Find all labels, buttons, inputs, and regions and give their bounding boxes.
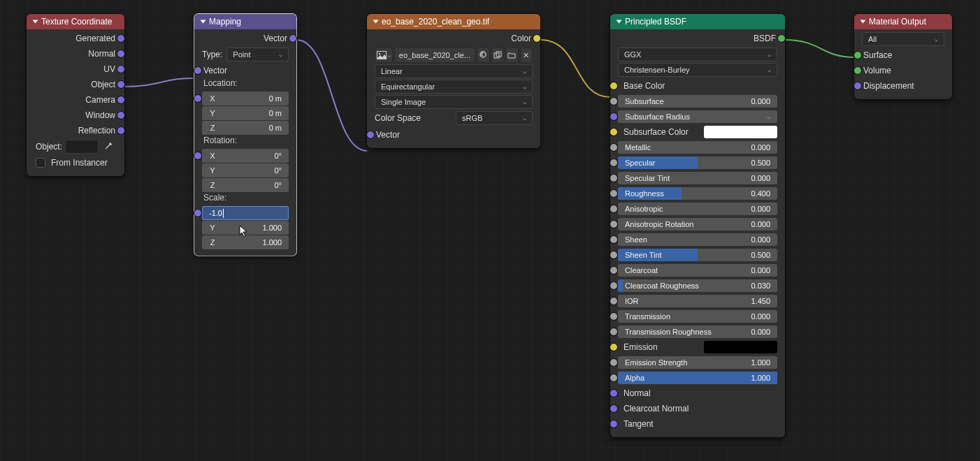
new-image-button[interactable] — [491, 47, 505, 63]
param-specular[interactable]: Specular0.500 — [614, 155, 781, 170]
node-header[interactable]: Material Output — [854, 14, 952, 29]
distribution-select[interactable]: GGX⌵ — [618, 47, 777, 61]
location-x[interactable]: X0 m — [202, 92, 289, 105]
collapse-icon[interactable] — [860, 20, 866, 24]
socket-in[interactable] — [610, 359, 617, 366]
node-header[interactable]: Principled BSDF — [610, 14, 785, 29]
node-principled-bsdf[interactable]: Principled BSDF BSDF GGX⌵ Christensen-Bu… — [610, 14, 785, 437]
from-instancer-checkbox[interactable]: From Instancer — [30, 155, 121, 170]
color-space-select[interactable]: sRGB⌵ — [456, 111, 533, 125]
socket-in[interactable] — [610, 159, 617, 166]
collapse-icon[interactable] — [201, 20, 206, 24]
socket-in-vector[interactable] — [194, 67, 201, 74]
socket-in[interactable] — [610, 221, 617, 228]
eyedropper-icon[interactable] — [101, 140, 115, 154]
socket-in-base-color[interactable] — [610, 82, 617, 89]
param-clearcoat roughness[interactable]: Clearcoat Roughness0.030 — [614, 278, 781, 293]
collapse-icon[interactable] — [33, 20, 38, 24]
param-anisotropic rotation[interactable]: Anisotropic Rotation0.000 — [614, 217, 781, 232]
param-transmission[interactable]: Transmission0.000 — [614, 309, 781, 324]
scale-y[interactable]: Y1.000 — [202, 221, 289, 235]
param-subsurface radius[interactable]: Subsurface Radius⌵ — [614, 109, 781, 124]
socket-in[interactable] — [610, 98, 617, 105]
type-select[interactable]: Point⌵ — [226, 47, 289, 61]
socket-out-bsdf[interactable] — [778, 35, 785, 42]
socket-in-surface[interactable] — [854, 52, 861, 59]
socket-in[interactable] — [610, 251, 617, 258]
node-image-texture[interactable]: eo_base_2020_clean_geo.tif Color ⌵ eo_ba… — [367, 14, 540, 148]
target-select[interactable]: All⌵ — [862, 32, 944, 46]
location-y[interactable]: Y0 m — [202, 106, 289, 120]
color-swatch[interactable] — [704, 341, 777, 353]
param-metallic[interactable]: Metallic0.000 — [614, 140, 781, 155]
location-z[interactable]: Z0 m — [202, 121, 289, 135]
fake-user-button[interactable] — [477, 47, 490, 63]
open-image-button[interactable] — [505, 47, 519, 63]
socket-in[interactable] — [610, 328, 617, 335]
scale-z[interactable]: Z1.000 — [202, 235, 289, 249]
socket-in-volume[interactable] — [854, 67, 861, 74]
param-ior[interactable]: IOR1.450 — [614, 293, 781, 309]
param-alpha[interactable]: Alpha1.000 — [614, 370, 781, 386]
rotation-x[interactable]: X0° — [202, 149, 289, 163]
socket-in[interactable] — [610, 282, 617, 289]
socket-in-scale[interactable] — [194, 210, 201, 217]
frame-mode-select[interactable]: Single Image⌵ — [375, 95, 533, 109]
socket-in[interactable] — [610, 390, 617, 397]
socket-in[interactable] — [610, 190, 617, 197]
object-field[interactable] — [65, 140, 99, 154]
image-browse-button[interactable]: ⌵ — [375, 47, 393, 63]
socket-in[interactable] — [610, 313, 617, 320]
param-transmission roughness[interactable]: Transmission Roughness0.000 — [614, 324, 781, 339]
node-mapping[interactable]: Mapping Vector Type: Point⌵ Vector Locat… — [194, 14, 296, 256]
socket-out-generated[interactable] — [117, 35, 124, 42]
node-texture-coordinate[interactable]: Texture Coordinate GeneratedNormalUVObje… — [27, 14, 124, 176]
projection-select[interactable]: Equirectangular⌵ — [375, 80, 533, 94]
socket-in[interactable] — [610, 175, 617, 182]
socket-out-camera[interactable] — [117, 96, 124, 103]
param-roughness[interactable]: Roughness0.400 — [614, 186, 781, 201]
unlink-image-button[interactable]: ✕ — [520, 47, 533, 63]
socket-out-color[interactable] — [533, 35, 540, 42]
image-name-field[interactable]: eo_base_2020_cle... — [394, 47, 475, 63]
collapse-icon[interactable] — [617, 20, 622, 24]
socket-out-reflection[interactable] — [117, 127, 124, 134]
socket-in-displacement[interactable] — [854, 82, 861, 89]
socket-in[interactable] — [610, 113, 617, 120]
rotation-z[interactable]: Z0° — [202, 178, 289, 192]
socket-in[interactable] — [610, 405, 617, 412]
socket-in[interactable] — [610, 205, 617, 212]
param-specular tint[interactable]: Specular Tint0.000 — [614, 170, 781, 186]
node-header[interactable]: Texture Coordinate — [27, 14, 124, 29]
socket-in-rotation[interactable] — [194, 152, 201, 159]
socket-in-vector[interactable] — [367, 131, 374, 138]
param-emission strength[interactable]: Emission Strength1.000 — [614, 355, 781, 370]
node-header[interactable]: eo_base_2020_clean_geo.tif — [367, 14, 540, 29]
socket-in-location[interactable] — [194, 95, 201, 102]
param-anisotropic[interactable]: Anisotropic0.000 — [614, 201, 781, 217]
collapse-icon[interactable] — [373, 20, 379, 24]
socket-out-window[interactable] — [117, 112, 124, 119]
socket-out-vector[interactable] — [289, 35, 296, 42]
socket-out-uv[interactable] — [117, 66, 124, 73]
socket-in[interactable] — [610, 144, 617, 151]
param-sheen tint[interactable]: Sheen Tint0.500 — [614, 247, 781, 263]
param-clearcoat[interactable]: Clearcoat0.000 — [614, 263, 781, 278]
color-swatch[interactable] — [704, 126, 777, 138]
socket-in[interactable] — [610, 129, 617, 136]
node-header[interactable]: Mapping — [194, 14, 296, 29]
param-subsurface[interactable]: Subsurface0.000 — [614, 94, 781, 109]
socket-in[interactable] — [610, 344, 617, 351]
rotation-y[interactable]: Y0° — [202, 163, 289, 177]
node-material-output[interactable]: Material Output All⌵ SurfaceVolumeDispla… — [854, 14, 952, 99]
socket-in[interactable] — [610, 420, 617, 427]
socket-in[interactable] — [610, 374, 617, 381]
socket-out-object[interactable] — [117, 81, 124, 88]
socket-in[interactable] — [610, 236, 617, 243]
scale-x-editing[interactable]: -1.0 — [202, 206, 289, 220]
interpolation-select[interactable]: Linear⌵ — [375, 64, 533, 78]
socket-in[interactable] — [610, 267, 617, 274]
socket-in[interactable] — [610, 298, 617, 305]
socket-out-normal[interactable] — [117, 50, 124, 57]
param-sheen[interactable]: Sheen0.000 — [614, 232, 781, 247]
